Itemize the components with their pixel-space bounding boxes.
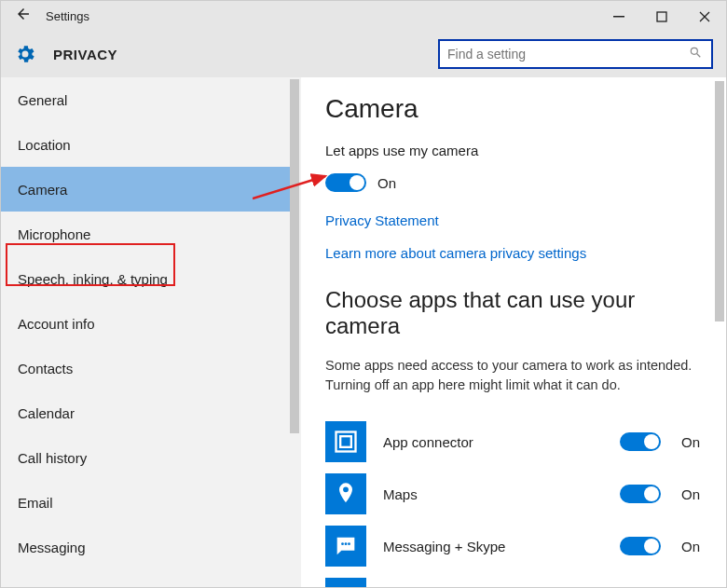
sidebar-item-label: Email [18,495,53,511]
sidebar-item-label: Call history [18,450,87,466]
learn-more-link[interactable]: Learn more about camera privacy settings [325,245,707,261]
app-name-label: Maps [383,486,620,502]
sidebar-item-label: Messaging [18,540,86,555]
gear-icon [14,43,36,65]
app-name-label: App connector [383,434,620,450]
app-toggle-state: On [681,434,707,450]
svg-point-2 [691,48,697,54]
app-row: App connectorOn [325,416,707,468]
close-button[interactable] [683,1,726,31]
sidebar-item-contacts[interactable]: Contacts [1,346,290,390]
master-toggle-state: On [377,175,396,191]
search-input[interactable] [447,47,689,62]
sidebar-item-radios[interactable]: Radios [1,569,290,588]
section-title: PRIVACY [53,47,117,62]
sidebar-item-label: Calendar [18,405,75,421]
apps-section-desc: Some apps need access to your camera to … [325,356,707,395]
svg-rect-5 [340,436,351,447]
sidebar: GeneralLocationCameraMicrophoneSpeech, i… [1,77,301,588]
sidebar-item-call-history[interactable]: Call history [1,435,290,480]
sidebar-item-label: Radios [18,584,62,589]
privacy-statement-link[interactable]: Privacy Statement [325,212,707,228]
master-toggle-label: Let apps use my camera [325,143,707,158]
sidebar-item-account-info[interactable]: Account info [1,301,290,346]
appconnector-icon [325,421,366,462]
sidebar-item-label: Microphone [18,226,90,242]
content-scrollbar[interactable] [715,81,724,321]
app-toggle[interactable] [620,537,661,555]
app-row: MapsOn [325,468,707,520]
sidebar-scrollbar[interactable] [290,79,299,433]
sidebar-item-email[interactable]: Email [1,480,290,525]
sidebar-item-label: General [18,92,67,108]
sidebar-item-messaging[interactable]: Messaging [1,525,290,569]
messaging-icon [325,526,366,567]
master-toggle[interactable] [325,173,366,192]
page-heading: Camera [325,94,707,124]
search-box[interactable] [438,39,713,69]
minimize-button[interactable] [597,1,640,31]
maximize-button[interactable] [640,1,683,31]
app-toggle[interactable] [620,432,661,451]
search-icon [689,46,704,62]
svg-point-6 [341,542,344,545]
titlebar: Settings [1,1,726,31]
svg-rect-1 [657,12,666,21]
sidebar-item-microphone[interactable]: Microphone [1,212,290,256]
sidebar-item-label: Camera [18,182,67,198]
svg-rect-4 [336,432,356,452]
app-toggle[interactable] [620,485,661,503]
apps-section-heading: Choose apps that can use your camera [325,287,707,339]
app-row: Messaging + SkypeOn [325,520,707,572]
sidebar-item-label: Location [18,137,71,153]
sidebar-item-camera[interactable]: Camera [1,167,290,212]
sidebar-item-label: Contacts [18,361,73,376]
app-toggle-state: On [681,539,707,554]
svg-line-3 [697,54,701,58]
window-title: Settings [46,9,89,23]
sidebar-item-label: Speech, inking, & typing [18,271,168,287]
sidebar-item-calendar[interactable]: Calendar [1,390,290,435]
app-name-label: Messaging + Skype [383,539,620,554]
header: PRIVACY [1,31,726,77]
sidebar-item-general[interactable]: General [1,77,290,122]
back-button[interactable] [1,6,46,27]
app-row: Microsoft EdgeOn [325,572,707,588]
maps-icon [325,473,366,514]
edge-icon [325,578,366,588]
sidebar-item-speech-inking-typing[interactable]: Speech, inking, & typing [1,256,290,301]
app-toggle-state: On [681,486,707,502]
content-pane: Camera Let apps use my camera On Privacy… [301,77,726,588]
sidebar-item-label: Account info [18,316,95,332]
svg-rect-0 [613,16,624,18]
svg-point-7 [345,542,348,545]
svg-point-8 [348,542,350,545]
sidebar-item-location[interactable]: Location [1,122,290,167]
